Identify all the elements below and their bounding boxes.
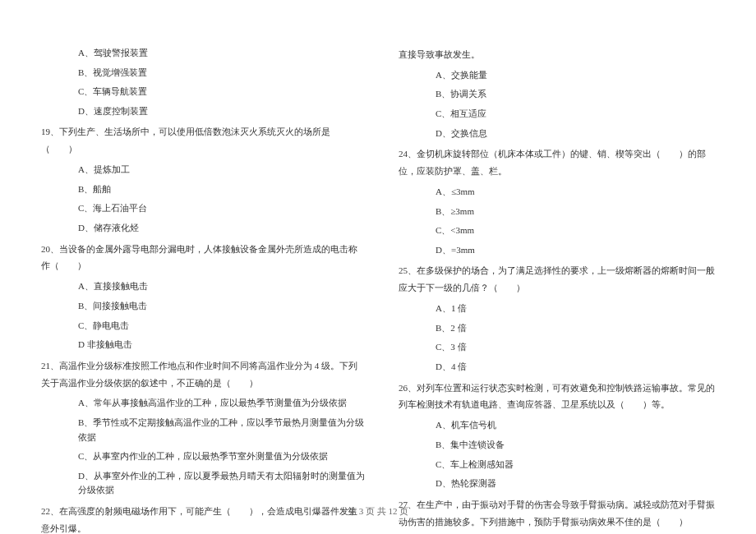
- q23-option-d: D、交换信息: [436, 127, 723, 141]
- q18-option-a: A、驾驶警报装置: [78, 46, 366, 61]
- q25-option-a: A、1 倍: [436, 302, 723, 316]
- q21-text: 21、高温作业分级标准按照工作地点和作业时间不同将高温作业分为 4 级。下列关于…: [41, 357, 366, 392]
- q26-option-b: B、集中连锁设备: [436, 438, 723, 453]
- right-column: 直接导致事故发生。 A、交换能量 B、协调关系 C、相互适应 D、交换信息 24…: [390, 41, 723, 534]
- q20-option-d: D 非接触电击: [78, 338, 366, 352]
- q24-option-c: C、<3mm: [436, 223, 723, 238]
- q25-option-d: D、4 倍: [436, 360, 723, 375]
- q23-cont-text: 直接导致事故发生。: [399, 46, 723, 63]
- q20-option-b: B、间接接触电击: [78, 299, 366, 314]
- q24-option-b: B、≥3mm: [436, 205, 723, 219]
- q21-option-b: B、季节性或不定期接触高温作业的工种，应以季节最热月测量值为分级依据: [78, 416, 366, 444]
- q23-option-b: B、协调关系: [436, 87, 723, 102]
- q25-option-b: B、2 倍: [436, 321, 723, 336]
- q26-option-a: A、机车信号机: [436, 418, 723, 433]
- q19-option-d: D、储存液化烃: [78, 221, 366, 236]
- q26-option-d: D、热轮探测器: [436, 476, 723, 491]
- q18-option-c: C、车辆导航装置: [78, 85, 366, 99]
- q19-option-a: A、提炼加工: [78, 163, 366, 177]
- q24-text: 24、金切机床旋转部位（机床本体或工件）的键、销、楔等突出（ ）的部位，应装防护…: [399, 145, 723, 180]
- q20-option-a: A、直接接触电击: [78, 279, 366, 294]
- q24-option-a: A、≤3mm: [436, 185, 723, 200]
- q26-option-c: C、车上检测感知器: [436, 458, 723, 472]
- q19-option-b: B、船舶: [78, 182, 366, 197]
- q23-option-a: A、交换能量: [436, 68, 723, 83]
- q25-text: 25、在多级保护的场合，为了满足选择性的要求，上一级熔断器的熔断时间一般应大于下…: [399, 262, 723, 297]
- q18-option-d: D、速度控制装置: [78, 104, 366, 119]
- q19-text: 19、下列生产、生活场所中，可以使用低倍数泡沫灭火系统灭火的场所是（ ）: [41, 123, 366, 158]
- page-footer: 第 3 页 共 12 页: [0, 505, 756, 518]
- q21-option-c: C、从事室内作业的工种，应以最热季节室外测量值为分级依据: [78, 449, 366, 464]
- q26-text: 26、对列车位置和运行状态实时检测，可有效避免和控制铁路运输事故。常见的列车检测…: [399, 380, 723, 414]
- q23-option-c: C、相互适应: [436, 107, 723, 122]
- q20-option-c: C、静电电击: [78, 319, 366, 334]
- q18-option-b: B、视觉增强装置: [78, 66, 366, 81]
- q20-text: 20、当设备的金属外露导电部分漏电时，人体接触设备金属外壳所造成的电击称作（ ）: [41, 241, 366, 275]
- q21-option-d: D、从事室外作业的工种，应以夏季最热月晴天有太阳辐射时的测量值为分级依据: [78, 469, 366, 498]
- exam-page: A、驾驶警报装置 B、视觉增强装置 C、车辆导航装置 D、速度控制装置 19、下…: [0, 0, 756, 534]
- left-column: A、驾驶警报装置 B、视觉增强装置 C、车辆导航装置 D、速度控制装置 19、下…: [33, 41, 366, 534]
- q21-option-a: A、常年从事接触高温作业的工种，应以最热季节测量值为分级依据: [78, 396, 366, 411]
- q19-option-c: C、海上石油平台: [78, 201, 366, 216]
- q24-option-d: D、=3mm: [436, 243, 723, 258]
- q25-option-c: C、3 倍: [436, 340, 723, 355]
